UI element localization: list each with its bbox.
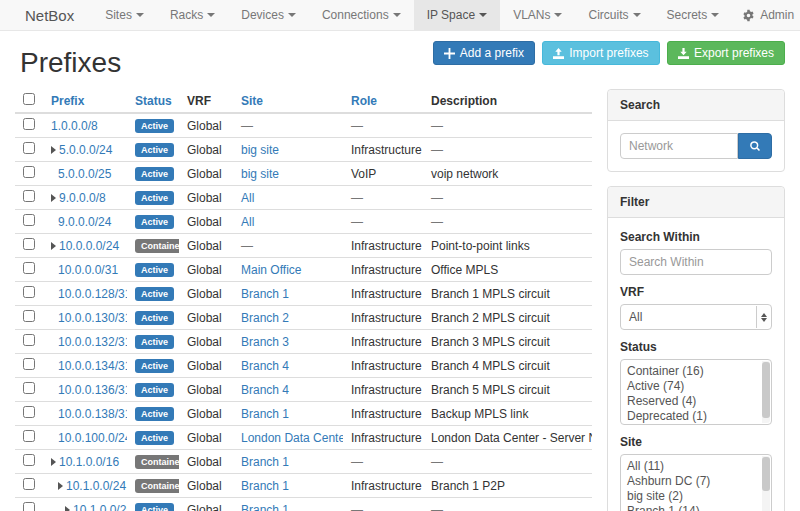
select-all-checkbox[interactable] [23, 93, 35, 105]
nav-item-racks[interactable]: Racks [157, 0, 228, 30]
site-option[interactable]: All (11) [627, 459, 757, 474]
site-option[interactable]: Ashburn DC (7) [627, 474, 757, 489]
nav-item-circuits[interactable]: Circuits [575, 0, 653, 30]
site-link[interactable]: Branch 1 [241, 479, 289, 493]
site-link[interactable]: big site [241, 167, 279, 181]
role-cell: Infrastructure [343, 138, 423, 162]
import-prefixes-button[interactable]: Import prefixes [542, 41, 659, 65]
scrollbar[interactable] [762, 361, 770, 423]
column-header-role[interactable]: Role [343, 89, 423, 113]
vrf-select[interactable]: All [620, 304, 772, 330]
table-row: 10.0.0.138/31ActiveGlobalBranch 1Infrast… [15, 402, 592, 426]
search-input[interactable] [620, 133, 738, 159]
prefix-link[interactable]: 10.0.0.134/31 [58, 359, 127, 373]
site-link[interactable]: big site [241, 143, 279, 157]
site-link[interactable]: Branch 1 [241, 455, 289, 469]
expand-caret-icon[interactable] [51, 242, 56, 250]
row-checkbox[interactable] [23, 430, 35, 442]
status-option[interactable]: Container (16) [627, 364, 757, 379]
prefix-link[interactable]: 10.0.0.0/31 [58, 263, 118, 277]
export-prefixes-button[interactable]: Export prefixes [667, 41, 785, 65]
site-link[interactable]: All [241, 191, 254, 205]
role-cell: Infrastructure [343, 306, 423, 330]
site-link[interactable]: Branch 1 [241, 287, 289, 301]
prefix-link[interactable]: 5.0.0.0/25 [58, 167, 111, 181]
prefix-link[interactable]: 10.0.0.132/31 [58, 335, 127, 349]
site-link[interactable]: All [241, 215, 254, 229]
scrollbar-thumb[interactable] [762, 362, 770, 418]
prefix-link[interactable]: 5.0.0.0/24 [59, 143, 112, 157]
prefix-link[interactable]: 10.0.0.136/31 [58, 383, 127, 397]
row-checkbox[interactable] [23, 478, 35, 490]
site-link[interactable]: Branch 2 [241, 311, 289, 325]
prefix-link[interactable]: 10.1.0.0/24 [66, 479, 126, 493]
site-link[interactable]: London Data Center [241, 431, 343, 445]
nav-item-ip-space[interactable]: IP Space [414, 0, 500, 30]
row-checkbox[interactable] [23, 454, 35, 466]
column-header-prefix[interactable]: Prefix [43, 89, 127, 113]
row-checkbox[interactable] [23, 166, 35, 178]
prefix-link[interactable]: 10.1.0.0/25 [73, 503, 127, 511]
row-checkbox[interactable] [23, 382, 35, 394]
description-cell: Branch 4 MPLS circuit [423, 354, 592, 378]
nav-item-secrets[interactable]: Secrets [654, 0, 733, 30]
site-link[interactable]: Branch 4 [241, 383, 289, 397]
row-checkbox[interactable] [23, 238, 35, 250]
expand-caret-icon[interactable] [51, 194, 56, 202]
prefix-link[interactable]: 10.0.0.128/31 [58, 287, 127, 301]
row-checkbox[interactable] [23, 310, 35, 322]
row-checkbox[interactable] [23, 214, 35, 226]
nav-item-connections[interactable]: Connections [309, 0, 414, 30]
column-header-site[interactable]: Site [233, 89, 343, 113]
row-checkbox[interactable] [23, 118, 35, 130]
site-link[interactable]: Branch 3 [241, 335, 289, 349]
search-button[interactable] [738, 133, 772, 159]
prefix-table: PrefixStatusVRFSiteRoleDescription 1.0.0… [15, 89, 592, 511]
nav-item-vlans[interactable]: VLANs [500, 0, 575, 30]
site-option[interactable]: big site (2) [627, 489, 757, 504]
row-checkbox[interactable] [23, 262, 35, 274]
filter-panel: Filter Search Within VRF All Status Cont… [607, 186, 785, 511]
row-checkbox[interactable] [23, 286, 35, 298]
prefix-link[interactable]: 1.0.0.0/8 [51, 119, 98, 133]
expand-caret-icon[interactable] [65, 506, 70, 511]
site-link[interactable]: Branch 1 [241, 407, 289, 421]
column-header-status[interactable]: Status [127, 89, 179, 113]
status-option[interactable]: Reserved (4) [627, 394, 757, 409]
prefix-link[interactable]: 10.0.0.0/24 [59, 239, 119, 253]
expand-caret-icon[interactable] [51, 458, 56, 466]
nav-item-sites[interactable]: Sites [92, 0, 157, 30]
description-cell: voip network [423, 162, 592, 186]
site-link[interactable]: Branch 4 [241, 359, 289, 373]
expand-caret-icon[interactable] [58, 482, 63, 490]
row-checkbox[interactable] [23, 358, 35, 370]
nav-item-devices[interactable]: Devices [228, 0, 309, 30]
site-link[interactable]: Main Office [241, 263, 301, 277]
row-checkbox[interactable] [23, 334, 35, 346]
status-option[interactable]: Active (74) [627, 379, 757, 394]
row-checkbox[interactable] [23, 502, 35, 511]
scrollbar-thumb[interactable] [762, 457, 770, 491]
search-within-input[interactable] [620, 249, 772, 275]
upload-icon [553, 48, 564, 59]
prefix-link[interactable]: 10.0.100.0/24 [58, 431, 127, 445]
brand-logo[interactable]: NetBox [0, 0, 92, 30]
status-filter-listbox[interactable]: Container (16)Active (74)Reserved (4)Dep… [620, 359, 772, 425]
site-option[interactable]: Branch 1 (14) [627, 504, 757, 511]
row-checkbox[interactable] [23, 406, 35, 418]
site-filter-listbox[interactable]: All (11)Ashburn DC (7)big site (2)Branch… [620, 454, 772, 511]
prefix-link[interactable]: 10.1.0.0/16 [59, 455, 119, 469]
site-link[interactable]: Branch 1 [241, 503, 289, 511]
prefix-link[interactable]: 9.0.0.0/8 [59, 191, 106, 205]
status-option[interactable]: Deprecated (1) [627, 409, 757, 424]
expand-caret-icon[interactable] [51, 146, 56, 154]
admin-link[interactable]: Admin [732, 0, 800, 30]
scrollbar[interactable] [762, 456, 770, 511]
prefix-link[interactable]: 9.0.0.0/24 [58, 215, 111, 229]
prefix-link[interactable]: 10.0.0.138/31 [58, 407, 127, 421]
add-prefix-button[interactable]: Add a prefix [433, 41, 535, 65]
row-checkbox[interactable] [23, 142, 35, 154]
status-cell: Active [127, 498, 179, 511]
prefix-link[interactable]: 10.0.0.130/31 [58, 311, 127, 325]
row-checkbox[interactable] [23, 190, 35, 202]
